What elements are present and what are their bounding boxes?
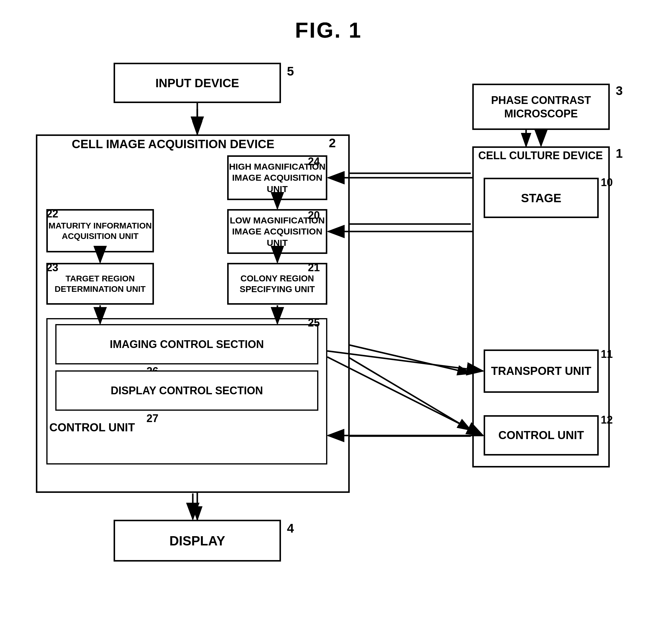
fig-title-text: FIG. 1 — [295, 18, 362, 42]
display-control-box: DISPLAY CONTROL SECTION — [55, 370, 318, 411]
ref-27: 27 — [147, 412, 158, 425]
imaging-control-box: IMAGING CONTROL SECTION — [55, 324, 318, 364]
svg-line-11 — [330, 341, 471, 373]
input-device-box: INPUT DEVICE — [114, 63, 281, 103]
ref-21: 21 — [308, 261, 320, 274]
control-unit-box: CONTROL UNIT — [484, 415, 599, 456]
ref-25: 25 — [308, 317, 320, 329]
ref-2: 2 — [329, 136, 336, 150]
svg-line-27 — [327, 357, 483, 436]
transport-unit-box: TRANSPORT UNIT — [484, 349, 599, 393]
ref-23: 23 — [46, 261, 58, 274]
cell-image-acq-label: CELL IMAGE ACQUISITION DEVICE — [72, 137, 275, 151]
ref-24: 24 — [308, 155, 320, 168]
ref-12: 12 — [601, 414, 613, 426]
phase-contrast-box: PHASE CONTRAST MICROSCOPE — [472, 84, 610, 130]
ref-22: 22 — [46, 208, 58, 220]
ref-10: 10 — [601, 176, 613, 189]
svg-line-12 — [330, 346, 471, 430]
svg-line-26 — [327, 351, 483, 371]
diagram-container: FIG. 1 — [0, 0, 657, 644]
control-unit-label: CONTROL UNIT — [49, 421, 135, 434]
maturity-box: MATURITY INFORMATION ACQUISITION UNIT — [46, 209, 154, 252]
ref-5: 5 — [287, 64, 294, 78]
cell-culture-label: CELL CULTURE DEVICE — [478, 150, 603, 162]
ref-1: 1 — [616, 146, 622, 161]
ref-11: 11 — [601, 348, 613, 361]
ref-4: 4 — [287, 521, 294, 535]
ref-20: 20 — [308, 209, 320, 222]
target-region-box: TARGET REGION DETERMINATION UNIT — [46, 263, 154, 305]
display-box: DISPLAY — [114, 520, 281, 561]
ref-3: 3 — [616, 84, 622, 98]
stage-box: STAGE — [484, 178, 599, 218]
